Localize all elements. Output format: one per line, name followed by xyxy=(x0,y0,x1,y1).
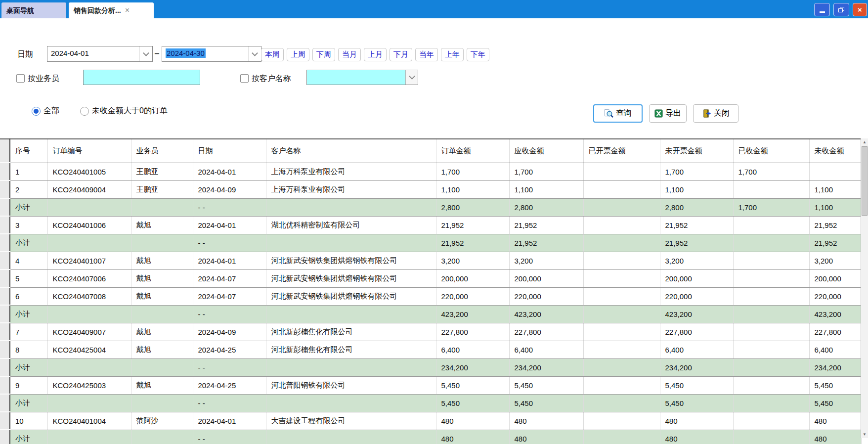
cell: 227,800 xyxy=(660,323,733,341)
by-salesperson-checkbox[interactable] xyxy=(16,74,25,83)
column-header-1[interactable]: 订单编号 xyxy=(47,139,131,163)
export-button[interactable]: 导出 xyxy=(649,104,687,123)
quick-date-button-0[interactable]: 本周 xyxy=(261,48,284,61)
subtotal-row[interactable]: 小计- -423,200423,200423,200423,200 xyxy=(0,305,861,323)
tab-sales-payment-analysis-label: 销售回款分析... xyxy=(74,2,121,18)
chevron-down-icon[interactable] xyxy=(139,46,152,61)
cell xyxy=(583,430,660,444)
cell: 234,200 xyxy=(660,358,733,376)
column-header-2[interactable]: 业务员 xyxy=(131,139,193,163)
quick-date-button-6[interactable]: 当年 xyxy=(415,48,438,61)
date-from-combobox[interactable]: 2024-04-01 xyxy=(47,46,153,62)
cell: 220,000 xyxy=(509,287,583,305)
tab-close-icon[interactable]: × xyxy=(125,6,130,14)
scroll-down-icon[interactable]: ▼ xyxy=(861,431,868,438)
close-page-button[interactable]: 关闭 xyxy=(693,104,738,123)
row-selector[interactable] xyxy=(0,252,10,269)
subtotal-row[interactable]: 小计- -480480480480 xyxy=(0,430,861,444)
table-row[interactable]: 2KCO240409004王鹏亚2024-04-09上海万科泵业有限公司1,10… xyxy=(0,180,861,198)
column-header-6[interactable]: 应收金额 xyxy=(509,139,583,163)
row-selector[interactable] xyxy=(0,323,10,341)
cell xyxy=(47,234,131,252)
minimize-button[interactable] xyxy=(814,3,830,16)
column-header-0[interactable]: 序号 xyxy=(10,139,47,163)
row-selector[interactable] xyxy=(0,287,10,305)
scope-radio-all[interactable]: 全部 xyxy=(32,106,59,116)
row-selector[interactable] xyxy=(0,412,10,430)
row-selector[interactable] xyxy=(0,305,10,323)
close-window-button[interactable]: × xyxy=(853,3,867,16)
table-row[interactable]: 8KCO240425004戴旭2024-04-25河北新彭楠焦化有限公司6,40… xyxy=(0,341,861,358)
row-selector[interactable] xyxy=(0,358,10,376)
row-selector[interactable] xyxy=(0,269,10,287)
cell: 480 xyxy=(809,430,861,444)
table-row[interactable]: 7KCO240409007戴旭2024-04-09河北新彭楠焦化有限公司227,… xyxy=(0,323,861,341)
scrollbar-thumb[interactable] xyxy=(862,146,868,216)
quick-date-button-7[interactable]: 上年 xyxy=(441,48,464,61)
cell: 5,450 xyxy=(509,394,583,412)
row-selector[interactable] xyxy=(0,163,10,180)
quick-date-button-2[interactable]: 下周 xyxy=(312,48,335,61)
column-header-10[interactable]: 未收金额 xyxy=(809,139,861,163)
table-row[interactable]: 3KCO240401006戴旭2024-04-01湖北优科精密制造有限公司21,… xyxy=(0,216,861,234)
by-customer-checkbox[interactable] xyxy=(240,74,249,83)
scope-radio-unpaid[interactable]: 未收金额大于0的订单 xyxy=(80,106,168,116)
row-selector[interactable] xyxy=(0,376,10,394)
table-row[interactable]: 5KCO240407006戴旭2024-04-07河北新武安钢铁集团烘熔钢铁有限… xyxy=(0,269,861,287)
row-selector-header[interactable] xyxy=(0,139,10,163)
cell: 5,450 xyxy=(509,376,583,394)
quick-date-button-4[interactable]: 上月 xyxy=(364,48,387,61)
cell: 480 xyxy=(509,430,583,444)
cell: 5,450 xyxy=(660,394,733,412)
date-to-value: 2024-04-30 xyxy=(166,48,206,58)
row-selector[interactable] xyxy=(0,216,10,234)
cell: - - xyxy=(193,430,266,444)
cell: 227,800 xyxy=(809,323,861,341)
vertical-scrollbar[interactable]: ▲ ▼ xyxy=(861,138,868,438)
row-selector[interactable] xyxy=(0,180,10,198)
cell xyxy=(131,198,193,216)
scroll-up-icon[interactable]: ▲ xyxy=(861,138,868,146)
chevron-down-icon[interactable] xyxy=(405,70,418,85)
cell: 21,952 xyxy=(509,234,583,252)
table-row[interactable]: 6KCO240407008戴旭2024-04-07河北新武安钢铁集团烘熔钢铁有限… xyxy=(0,287,861,305)
row-selector[interactable] xyxy=(0,394,10,412)
quick-date-button-3[interactable]: 当月 xyxy=(338,48,361,61)
date-to-combobox[interactable]: 2024-04-30 xyxy=(162,46,261,62)
table-row[interactable]: 10KCO240401004范阿沙2024-04-01大吉建设工程有限公司480… xyxy=(0,412,861,430)
subtotal-row[interactable]: 小计- -5,4505,4505,4505,450 xyxy=(0,394,861,412)
chevron-down-icon[interactable] xyxy=(248,46,261,61)
cell: 3 xyxy=(10,216,47,234)
column-header-5[interactable]: 订单金额 xyxy=(436,139,509,163)
column-header-8[interactable]: 未开票金额 xyxy=(660,139,733,163)
table-row[interactable]: 9KCO240425003戴旭2024-04-25河北普阳钢铁有限公司5,450… xyxy=(0,376,861,394)
subtotal-row[interactable]: 小计- -21,95221,95221,95221,952 xyxy=(0,234,861,252)
subtotal-row[interactable]: 小计- -234,200234,200234,200234,200 xyxy=(0,358,861,376)
restore-button[interactable] xyxy=(833,3,849,16)
row-selector[interactable] xyxy=(0,430,10,444)
quick-date-button-5[interactable]: 下月 xyxy=(390,48,412,61)
subtotal-row[interactable]: 小计- -2,8002,8002,8001,7001,100 xyxy=(0,198,861,216)
salesperson-input[interactable] xyxy=(83,70,200,85)
column-header-4[interactable]: 客户名称 xyxy=(266,139,436,163)
cell: KCO240407006 xyxy=(47,269,131,287)
quick-date-button-8[interactable]: 下年 xyxy=(467,48,489,61)
row-selector[interactable] xyxy=(0,234,10,252)
row-selector[interactable] xyxy=(0,341,10,358)
row-selector[interactable] xyxy=(0,198,10,216)
cell: 234,200 xyxy=(436,358,509,376)
table-row[interactable]: 1KCO240401005王鹏亚2024-04-01上海万科泵业有限公司1,70… xyxy=(0,163,861,180)
tab-sales-payment-analysis[interactable]: 销售回款分析... × xyxy=(69,2,154,18)
tab-desktop-nav[interactable]: 桌面导航 xyxy=(1,2,66,18)
query-button[interactable]: 查询 xyxy=(593,104,643,123)
column-header-9[interactable]: 已收金额 xyxy=(733,139,809,163)
cell xyxy=(583,305,660,323)
quick-date-button-1[interactable]: 上周 xyxy=(287,48,309,61)
column-header-3[interactable]: 日期 xyxy=(193,139,266,163)
cell: KCO240409007 xyxy=(47,323,131,341)
cell: 5,450 xyxy=(436,394,509,412)
cell: 5,450 xyxy=(660,376,733,394)
table-row[interactable]: 4KCO240401007戴旭2024-04-01河北新武安钢铁集团烘熔钢铁有限… xyxy=(0,252,861,269)
column-header-7[interactable]: 已开票金额 xyxy=(583,139,660,163)
customer-combobox[interactable] xyxy=(306,70,418,85)
